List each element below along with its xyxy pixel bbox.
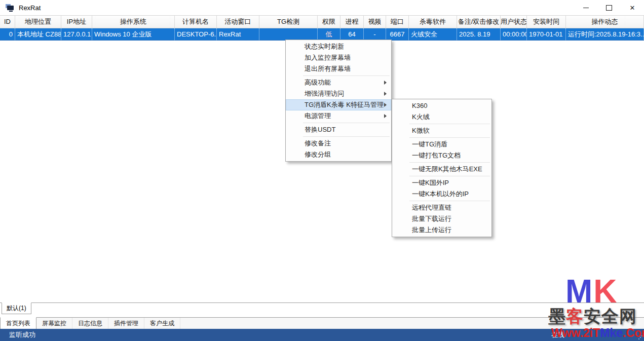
context-menu-item-5[interactable]: 增强清理访问 — [286, 88, 391, 99]
sub-menu-separator — [409, 162, 490, 163]
sub-menu-item-label: K微软 — [412, 127, 430, 134]
minimize-button[interactable] — [574, 0, 597, 15]
context-menu-item-label: TG消盾K杀毒 K特征马管理 — [305, 101, 384, 108]
cell-note[interactable]: 2025. 8.19 — [457, 28, 501, 40]
context-menu: 状态实时刷新加入监控屏幕墙退出所有屏幕墙高级功能增强清理访问TG消盾K杀毒 K特… — [285, 40, 392, 162]
submenu-arrow-icon — [384, 103, 387, 107]
context-menu-item-4[interactable]: 高级功能 — [286, 77, 391, 88]
cell-video[interactable]: - — [364, 28, 386, 40]
cell-location[interactable]: 本机地址 CZ88.NET — [15, 28, 61, 40]
cell-process[interactable]: 64 — [340, 28, 364, 40]
context-menu-item-label: 修改备注 — [305, 139, 331, 147]
sub-menu-item-1[interactable]: K火绒 — [392, 111, 491, 123]
main-tab-0[interactable]: 首页列表 — [0, 317, 36, 329]
sub-menu-item-0[interactable]: K360 — [392, 100, 491, 111]
resize-grip-icon[interactable] — [638, 335, 642, 339]
window-title: RexRat — [19, 4, 41, 12]
group-tab-0[interactable]: 默认(1) — [2, 302, 31, 314]
cell-action[interactable]: 运行时间:2025.8.19-16:3... — [566, 28, 644, 40]
sub-menu-item-3[interactable]: K微软 — [392, 125, 491, 136]
context-menu-item-label: 电源管理 — [305, 112, 331, 120]
sub-menu-item-11[interactable]: 一键K本机以外的IP — [392, 188, 491, 200]
close-icon: ✕ — [630, 5, 635, 11]
online-status: 在线 — [551, 329, 564, 341]
context-menu-item-7[interactable]: 电源管理 — [286, 110, 391, 122]
main-tab-4[interactable]: 客户生成 — [144, 318, 180, 329]
context-menu-item-12[interactable]: 修改分组 — [286, 149, 391, 160]
col-header-privilege[interactable]: 权限 — [318, 16, 340, 28]
cell-ip[interactable]: 127.0.0.1 — [61, 28, 92, 40]
sub-menu-item-label: 一键K本机以外的IP — [412, 190, 469, 198]
sub-menu-item-label: K360 — [412, 102, 427, 109]
submenu-arrow-icon — [384, 92, 387, 96]
col-header-location[interactable]: 地理位置 — [15, 16, 61, 28]
sub-menu-item-10[interactable]: 一键K国外IP — [392, 177, 491, 188]
sub-menu-item-5[interactable]: 一键TG消盾 — [392, 139, 491, 150]
sub-menu-item-14[interactable]: 批量下载运行 — [392, 213, 491, 224]
col-header-computer[interactable]: 计算机名 — [175, 16, 217, 28]
cell-window[interactable]: RexRat — [217, 28, 259, 40]
cell-antivirus[interactable]: 火绒安全 — [409, 28, 457, 40]
col-header-window[interactable]: 活动窗口 — [217, 16, 259, 28]
context-menu-item-0[interactable]: 状态实时刷新 — [286, 41, 391, 52]
window-controls: ✕ — [574, 0, 644, 15]
col-header-process[interactable]: 进程 — [340, 16, 364, 28]
cell-computer[interactable]: DESKTOP-6... — [175, 28, 217, 40]
sub-menu-item-6[interactable]: 一键打包TG文档 — [392, 150, 491, 161]
context-menu-item-11[interactable]: 修改备注 — [286, 138, 391, 149]
context-menu-item-label: 替换USDT — [305, 126, 335, 133]
col-header-tg[interactable]: TG检测 — [259, 16, 318, 28]
col-header-note[interactable]: 备注/双击修改 — [457, 16, 501, 28]
main-tab-2[interactable]: 日志信息 — [72, 318, 108, 329]
col-header-userstate[interactable]: 用户状态 — [501, 16, 527, 28]
col-header-action[interactable]: 操作动态 — [566, 16, 644, 28]
col-header-port[interactable]: 端口 — [386, 16, 409, 28]
col-header-os[interactable]: 操作系统 — [92, 16, 175, 28]
context-menu-item-6[interactable]: TG消盾K杀毒 K特征马管理 — [286, 99, 391, 110]
maximize-button[interactable] — [597, 0, 621, 15]
sub-menu-item-8[interactable]: 一键无限K其他木马EXE — [392, 164, 491, 175]
context-menu-item-2[interactable]: 退出所有屏幕墙 — [286, 63, 391, 74]
col-header-antivirus[interactable]: 杀毒软件 — [409, 16, 457, 28]
sub-menu-item-label: 一键打包TG文档 — [412, 151, 461, 159]
minimize-icon — [583, 8, 589, 8]
app-icon-stand — [9, 11, 13, 12]
cell-os[interactable]: Windows 10 企业版 — [92, 28, 175, 40]
col-header-install[interactable]: 安装时间 — [527, 16, 566, 28]
context-menu-separator — [303, 123, 390, 123]
app-icon-front — [7, 6, 14, 10]
sub-menu-item-label: K火绒 — [412, 113, 430, 121]
close-button[interactable]: ✕ — [621, 0, 644, 15]
sub-menu-item-label: 远程代理直链 — [412, 204, 451, 211]
main-tab-1[interactable]: 屏幕监控 — [36, 318, 72, 329]
context-menu-item-1[interactable]: 加入监控屏幕墙 — [286, 52, 391, 63]
app-icon — [6, 4, 14, 12]
submenu-arrow-icon — [384, 114, 387, 118]
sub-menu-item-label: 批量下载运行 — [412, 215, 451, 222]
cell-privilege[interactable]: 低 — [318, 28, 340, 40]
sub-menu-item-15[interactable]: 批量上传运行 — [392, 224, 491, 236]
sub-menu-separator — [409, 201, 490, 201]
status-bar: 监听成功 在线 — [0, 329, 644, 341]
cell-tg[interactable] — [259, 28, 318, 40]
sub-menu: K360K火绒K微软一键TG消盾一键打包TG文档一键无限K其他木马EXE一键K国… — [392, 99, 492, 237]
main-tab-3[interactable]: 插件管理 — [108, 318, 144, 329]
cell-userstate[interactable]: 00:00:00 — [501, 28, 527, 40]
context-menu-item-9[interactable]: 替换USDT — [286, 124, 391, 135]
context-menu-item-label: 状态实时刷新 — [305, 43, 344, 50]
col-header-video[interactable]: 视频 — [364, 16, 386, 28]
col-header-id[interactable]: ID — [0, 16, 15, 28]
table-row-selected[interactable]: 0本机地址 CZ88.NET127.0.0.1Windows 10 企业版DES… — [0, 28, 644, 41]
sub-menu-separator — [409, 176, 490, 176]
sub-menu-separator — [409, 124, 490, 124]
sub-menu-item-label: 一键K国外IP — [412, 179, 449, 186]
col-header-ip[interactable]: IP地址 — [61, 16, 92, 28]
context-menu-item-label: 修改分组 — [305, 150, 331, 158]
submenu-arrow-icon — [384, 81, 387, 85]
sub-menu-item-13[interactable]: 远程代理直链 — [392, 202, 491, 213]
sub-menu-separator — [409, 137, 490, 138]
cell-id[interactable]: 0 — [0, 28, 15, 40]
cell-port[interactable]: 6667 — [386, 28, 409, 40]
title-bar: RexRat ✕ — [0, 0, 644, 15]
cell-install[interactable]: 1970-01-01 — [527, 28, 566, 40]
